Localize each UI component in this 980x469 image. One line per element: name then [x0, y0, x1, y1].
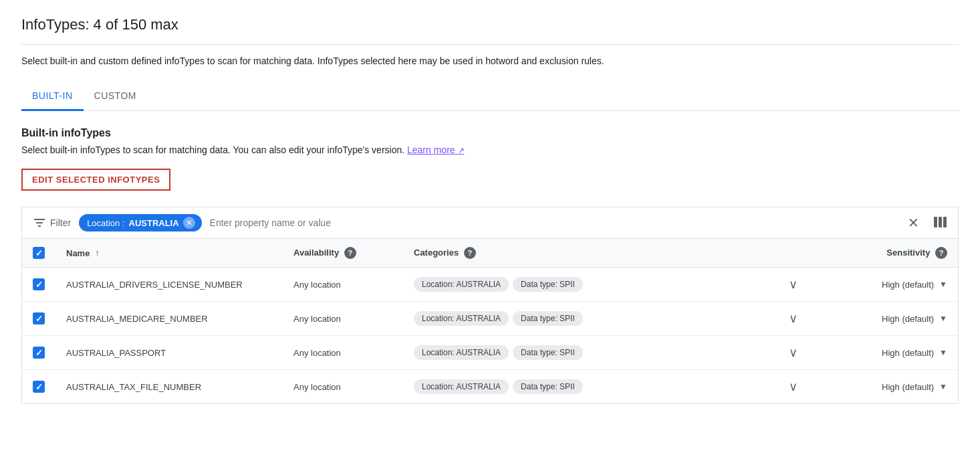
expand-chevron[interactable]: ∨ [789, 278, 798, 291]
sensitivity-value: High (default) [882, 314, 934, 324]
select-all-checkbox[interactable]: ✓ [33, 247, 45, 259]
sensitivity-dropdown-arrow[interactable]: ▼ [939, 314, 947, 323]
category-tag: Location: AUSTRALIA [414, 277, 509, 292]
row-sensitivity: High (default)▼ [812, 302, 959, 336]
category-tag: Data type: SPII [513, 311, 583, 326]
clear-filter-icon[interactable]: ✕ [908, 215, 919, 231]
filter-chip: Location : AUSTRALIA ✕ [79, 214, 201, 231]
sensitivity-help-icon[interactable]: ? [935, 247, 947, 259]
category-tag: Data type: SPII [513, 277, 583, 292]
tab-built-in[interactable]: BUILT-IN [21, 82, 84, 111]
row-sensitivity: High (default)▼ [812, 370, 959, 404]
chip-close-button[interactable]: ✕ [183, 217, 195, 229]
row-expand-cell: ∨ [778, 336, 812, 370]
row-categories: Location: AUSTRALIAData type: SPII [403, 302, 778, 336]
row-categories: Location: AUSTRALIAData type: SPII [403, 370, 778, 404]
table-row: ✓AUSTRALIA_MEDICARE_NUMBERAny locationLo… [22, 302, 959, 336]
section-title: Built-in infoTypes [21, 127, 959, 139]
row-name: AUSTRALIA_TAX_FILE_NUMBER [55, 370, 283, 404]
table-row: ✓AUSTRALIA_PASSPORTAny locationLocation:… [22, 336, 959, 370]
tabs-container: BUILT-IN CUSTOM [21, 82, 959, 111]
expand-chevron[interactable]: ∨ [789, 346, 798, 359]
row-availability: Any location [283, 370, 403, 404]
availability-help-icon[interactable]: ? [344, 247, 356, 259]
row-name: AUSTRALIA_PASSPORT [55, 336, 283, 370]
filter-actions: ✕ [908, 215, 947, 231]
filter-lines-icon [33, 217, 46, 228]
chip-value: AUSTRALIA [129, 218, 179, 228]
sensitivity-value: High (default) [882, 348, 934, 358]
col-header-categories: Categories ? [403, 239, 778, 268]
categories-help-icon[interactable]: ? [464, 247, 476, 259]
sensitivity-value: High (default) [882, 280, 934, 290]
page-description: Select built-in and custom defined infoT… [21, 56, 959, 66]
row-checkbox-cell: ✓ [22, 302, 56, 336]
row-sensitivity: High (default)▼ [812, 336, 959, 370]
row-categories: Location: AUSTRALIAData type: SPII [403, 268, 778, 302]
col-header-checkbox: ✓ [22, 239, 56, 268]
tab-custom[interactable]: CUSTOM [84, 82, 147, 111]
table-body: ✓AUSTRALIA_DRIVERS_LICENSE_NUMBERAny loc… [22, 268, 959, 404]
row-checkbox-cell: ✓ [22, 268, 56, 302]
sensitivity-value: High (default) [882, 382, 934, 392]
category-tag: Data type: SPII [513, 379, 583, 394]
table-row: ✓AUSTRALIA_TAX_FILE_NUMBERAny locationLo… [22, 370, 959, 404]
row-availability: Any location [283, 302, 403, 336]
sensitivity-dropdown-arrow[interactable]: ▼ [939, 280, 947, 289]
row-expand-cell: ∨ [778, 370, 812, 404]
sensitivity-dropdown-arrow[interactable]: ▼ [939, 382, 947, 391]
category-tag: Location: AUSTRALIA [414, 311, 509, 326]
category-tag: Location: AUSTRALIA [414, 379, 509, 394]
sensitivity-dropdown-arrow[interactable]: ▼ [939, 348, 947, 357]
row-expand-cell: ∨ [778, 268, 812, 302]
filter-input[interactable] [210, 217, 900, 228]
expand-chevron[interactable]: ∨ [789, 380, 798, 393]
filter-icon-label: Filter [33, 217, 71, 228]
edit-selected-infotypes-button[interactable]: EDIT SELECTED INFOTYPES [21, 169, 170, 191]
learn-more-link[interactable]: Learn more ↗ [407, 145, 464, 155]
row-checkbox-cell: ✓ [22, 336, 56, 370]
col-header-expand [778, 239, 812, 268]
section-header: Built-in infoTypes Select built-in infoT… [21, 127, 959, 155]
page-title: InfoTypes: 4 of 150 max [21, 16, 959, 33]
col-header-availability: Availability ? [283, 239, 403, 268]
row-availability: Any location [283, 336, 403, 370]
expand-chevron[interactable]: ∨ [789, 312, 798, 325]
columns-icon[interactable] [933, 215, 947, 231]
section-description: Select built-in infoTypes to scan for ma… [21, 145, 959, 155]
row-checkbox-2[interactable]: ✓ [33, 347, 45, 359]
filter-bar: Filter Location : AUSTRALIA ✕ ✕ [21, 207, 959, 238]
row-name: AUSTRALIA_MEDICARE_NUMBER [55, 302, 283, 336]
row-categories: Location: AUSTRALIAData type: SPII [403, 336, 778, 370]
table-row: ✓AUSTRALIA_DRIVERS_LICENSE_NUMBERAny loc… [22, 268, 959, 302]
filter-label: Filter [50, 217, 71, 228]
external-link-icon: ↗ [458, 146, 465, 155]
row-expand-cell: ∨ [778, 302, 812, 336]
svg-rect-3 [934, 217, 937, 227]
sort-icon[interactable]: ↑ [95, 248, 100, 258]
row-sensitivity: High (default)▼ [812, 268, 959, 302]
category-tag: Data type: SPII [513, 345, 583, 360]
table-header-row: ✓ Name ↑ Availability ? Categories ? Sen… [22, 239, 959, 268]
svg-rect-5 [943, 217, 947, 227]
row-availability: Any location [283, 268, 403, 302]
row-checkbox-1[interactable]: ✓ [33, 312, 45, 324]
infotypes-table: ✓ Name ↑ Availability ? Categories ? Sen… [21, 238, 959, 404]
col-header-sensitivity: Sensitivity ? [812, 239, 959, 268]
row-name: AUSTRALIA_DRIVERS_LICENSE_NUMBER [55, 268, 283, 302]
col-header-name: Name ↑ [55, 239, 283, 268]
row-checkbox-3[interactable]: ✓ [33, 381, 45, 393]
chip-prefix: Location : [87, 218, 124, 228]
row-checkbox-cell: ✓ [22, 370, 56, 404]
category-tag: Location: AUSTRALIA [414, 345, 509, 360]
title-divider [21, 44, 959, 45]
svg-rect-4 [939, 217, 942, 227]
row-checkbox-0[interactable]: ✓ [33, 278, 45, 290]
